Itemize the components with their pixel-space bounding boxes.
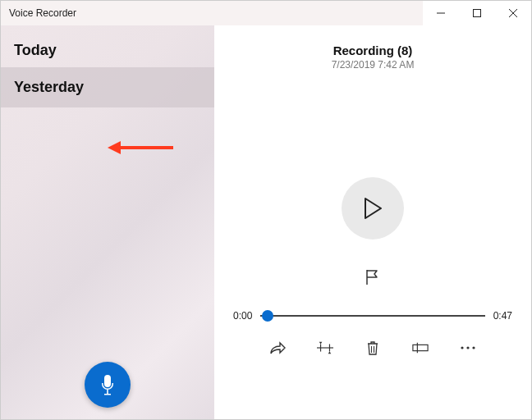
recording-title: Recording (8)	[333, 43, 413, 57]
recordings-sidebar: Today Yesterday	[1, 25, 214, 419]
svg-marker-7	[108, 141, 121, 154]
svg-rect-4	[107, 390, 108, 394]
svg-marker-8	[365, 199, 381, 218]
recording-datetime: 7/23/2019 7:42 AM	[332, 59, 415, 71]
window-title: Voice Recorder	[1, 7, 423, 19]
svg-marker-13	[328, 352, 332, 354]
svg-point-19	[466, 346, 469, 349]
more-button[interactable]	[460, 340, 476, 356]
svg-point-18	[461, 346, 463, 349]
play-icon	[363, 197, 383, 220]
group-yesterday[interactable]: Yesterday	[1, 67, 214, 107]
svg-point-20	[472, 346, 475, 349]
share-icon	[269, 340, 286, 355]
titlebar: Voice Recorder	[1, 1, 531, 25]
trim-button[interactable]	[317, 340, 333, 356]
seek-thumb[interactable]	[262, 310, 273, 322]
microphone-icon	[99, 374, 116, 395]
delete-button[interactable]	[365, 340, 381, 356]
flag-icon	[365, 269, 380, 285]
group-today[interactable]: Today	[1, 25, 214, 67]
add-marker-button[interactable]	[365, 269, 380, 285]
trash-icon	[366, 340, 379, 355]
current-time: 0:00	[233, 310, 252, 322]
seek-track[interactable]	[260, 315, 484, 317]
svg-marker-12	[319, 342, 323, 345]
total-time: 0:47	[493, 310, 512, 322]
share-button[interactable]	[269, 340, 286, 356]
rename-icon	[412, 342, 429, 354]
svg-rect-16	[413, 345, 428, 350]
play-button[interactable]	[342, 177, 404, 240]
minimize-button[interactable]	[423, 1, 459, 25]
close-button[interactable]	[495, 1, 531, 25]
player-panel: Recording (8) 7/23/2019 7:42 AM 0:00 0:4…	[214, 25, 531, 419]
toolbar	[269, 340, 476, 356]
record-button[interactable]	[85, 362, 131, 408]
annotation-arrow-icon	[108, 139, 173, 156]
timeline: 0:00 0:47	[233, 310, 512, 322]
maximize-button[interactable]	[459, 1, 495, 25]
trim-icon	[317, 341, 333, 354]
svg-rect-1	[474, 10, 481, 17]
ellipsis-icon	[460, 345, 476, 350]
rename-button[interactable]	[412, 340, 429, 356]
svg-rect-5	[104, 394, 111, 395]
